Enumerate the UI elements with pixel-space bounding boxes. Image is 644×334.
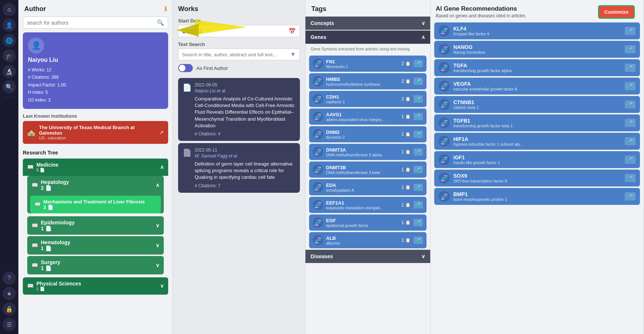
- gene-action-btn-cdh1[interactable]: 🧪: [414, 95, 423, 103]
- author-title: Author: [24, 5, 46, 13]
- author-hindex: H index: 5: [28, 89, 163, 96]
- ai-gene-action-hif1a[interactable]: 🧪: [625, 137, 636, 145]
- gene-item-eef1a1[interactable]: 🧬 EEF1A1 eukaryotic translation elongati…: [309, 197, 427, 213]
- gene-action-btn-alb[interactable]: 🧪: [414, 237, 423, 244]
- gene-action-btn-eef1a1[interactable]: 🧪: [414, 201, 423, 209]
- gene-action-btn-dnmt3b[interactable]: 🧪: [414, 166, 423, 173]
- hematology-label: Hematology: [41, 239, 70, 245]
- ai-gene-symbol-hif1a: HIF1A: [453, 136, 621, 142]
- tags-panel-header: Tags: [305, 0, 430, 17]
- ai-gene-item-igf1[interactable]: 🧬 IGF1 insulin like growth factor 1 🧪: [434, 151, 640, 168]
- work-card-2[interactable]: 📄 2022-05-11 W. Samuel Fagg et al. Defin…: [178, 143, 300, 193]
- gene-item-dnm2[interactable]: 🧬 DNM2 dynamin 2 1 📋 🧪: [309, 126, 427, 142]
- ai-gene-info-nanog: NANOG Nanog homeobox: [453, 44, 621, 54]
- gene-item-alb[interactable]: 🧬 ALB albumin 1 📋 🧪: [309, 232, 427, 248]
- author-search-icon[interactable]: 🔍: [157, 19, 164, 26]
- ai-gene-action-ctnnb1[interactable]: 🧪: [625, 100, 636, 109]
- gene-info-alb: ALB albumin: [326, 235, 399, 245]
- tree-hematology-header[interactable]: 📖 Hematology 1 📄 ∨: [27, 236, 164, 255]
- works-scroll: 📄 2022-09-05 Naiyou Liu et al. Comparati…: [173, 76, 305, 334]
- gene-item-egf[interactable]: 🧬 EGF epidermal growth factor 1 📋 🧪: [309, 214, 427, 231]
- ai-gene-action-vegfa[interactable]: 🧪: [625, 82, 636, 90]
- gene-action-btn-fn1[interactable]: 🧪: [414, 60, 423, 67]
- gene-actions-hmbs: 2 📋 🧪: [401, 78, 423, 85]
- tree-deep-liverfibrosis: 📖 Mechanisms and Treatment of Liver Fibr…: [30, 196, 161, 213]
- institution-info: The University of Texas Medical Branch a…: [39, 125, 156, 140]
- gene-item-dnmt3b[interactable]: 🧬 DNMT3B DNA methyltransferase 3 beta 1 …: [309, 161, 427, 178]
- ai-gene-symbol-sox9: SOX9: [453, 173, 621, 179]
- physical-sciences-chevron: ∨: [160, 283, 164, 289]
- ai-gene-info-klf4: KLF4 Kruppel like factor 4: [453, 26, 621, 36]
- ai-gene-item-sox9[interactable]: 🧬 SOX9 SRY-box transcription factor 9 🧪: [434, 170, 640, 186]
- gene-action-btn-eda[interactable]: 🧪: [414, 184, 423, 191]
- gene-item-hmbs[interactable]: 🧬 HMBS hydroxymethylbilane synthase 2 📋 …: [309, 73, 427, 89]
- tree-hepatology-header[interactable]: 📖 Hepatology 2 📄 ∧: [27, 176, 164, 194]
- gene-symbol-eda: EDA: [326, 182, 399, 188]
- gene-count-alb: 1 📋: [401, 238, 411, 243]
- filter-icon[interactable]: ▼: [290, 51, 296, 58]
- gene-item-dnmt3a[interactable]: 🧬 DNMT3A DNA methyltransferase 3 alpha 1…: [309, 144, 427, 160]
- lock-icon[interactable]: 🔒: [3, 302, 16, 316]
- ai-gene-item-bmp1[interactable]: 🧬 BMP1 bone morphogenetic protein 1 🧪: [434, 188, 640, 205]
- ai-gene-action-sox9[interactable]: 🧪: [625, 174, 636, 182]
- text-search-input[interactable]: [182, 52, 290, 57]
- calendar-icon[interactable]: 📅: [289, 28, 296, 35]
- tree-header-physical-sciences[interactable]: 📖 Physical Sciences 1 📄 ∨: [23, 277, 168, 295]
- help-icon[interactable]: ℹ: [164, 6, 167, 13]
- diseases-section-header[interactable]: Diseases ∨: [305, 250, 430, 263]
- graduation-icon[interactable]: 🎓: [3, 49, 16, 63]
- flask-icon[interactable]: 🔬: [3, 65, 16, 78]
- gene-item-eda[interactable]: 🧬 EDA ectodysplasin A 1 📋 🧪: [309, 179, 427, 195]
- tree-header-medicine[interactable]: 📖 Medicine 5 📄 ∧: [23, 159, 168, 176]
- ai-gene-action-tgfb1[interactable]: 🧪: [625, 119, 636, 127]
- home-icon[interactable]: ⌂: [3, 3, 16, 16]
- gene-item-cdh1[interactable]: 🧬 CDH1 cadherin 1 2 📋 🧪: [309, 91, 427, 107]
- gene-action-btn-dnmt3a[interactable]: 🧪: [414, 148, 423, 156]
- author-works: # Works: 12: [28, 66, 163, 74]
- gene-action-btn-hmbs[interactable]: 🧪: [414, 78, 423, 85]
- institution-external-link-icon[interactable]: ↗: [159, 129, 164, 135]
- gene-count-hmbs: 2 📋: [401, 79, 411, 84]
- customize-button[interactable]: Customize: [598, 5, 635, 19]
- ai-gene-action-igf1[interactable]: 🧪: [625, 156, 636, 164]
- ai-gene-item-ctnnb1[interactable]: 🧬 CTNNB1 catenin beta 1 🧪: [434, 96, 640, 113]
- ai-gene-item-tgfb1[interactable]: 🧬 TGFB1 transforming growth factor beta …: [434, 114, 640, 131]
- author-card: 👤 Naiyou Liu # Works: 12 # Citations: 38…: [23, 32, 168, 109]
- ai-gene-action-nanog[interactable]: 🧪: [625, 45, 636, 53]
- surgery-chevron: ∨: [156, 262, 159, 268]
- hematology-chevron: ∨: [156, 242, 159, 248]
- person-icon[interactable]: 👤: [3, 18, 16, 32]
- work-card-1[interactable]: 📄 2022-09-05 Naiyou Liu et al. Comparati…: [178, 78, 300, 141]
- gene-action-btn-dnm2[interactable]: 🧪: [414, 131, 423, 138]
- ai-gene-item-tgfa[interactable]: 🧬 TGFA transforming growth factor alpha …: [434, 59, 640, 76]
- gene-action-btn-egf[interactable]: 🧪: [414, 219, 423, 226]
- genes-section-header[interactable]: Genes ∧: [305, 31, 430, 44]
- tree-epidemiology-header[interactable]: 📖 Epidemiology 1 📄 ∨: [27, 216, 164, 235]
- ai-gene-item-nanog[interactable]: 🧬 NANOG Nanog homeobox 🧪: [434, 41, 640, 58]
- ai-gene-item-vegfa[interactable]: 🧬 VEGFA vascular endothelial growth fact…: [434, 78, 640, 95]
- institution-card[interactable]: 🏫 The University of Texas Medical Branch…: [23, 121, 168, 144]
- gene-item-fn1[interactable]: 🧬 FN1 fibronectin 1 2 📋 🧪: [309, 56, 427, 72]
- star-icon[interactable]: ★: [3, 287, 16, 300]
- gene-action-btn-aavs1[interactable]: 🧪: [414, 113, 423, 120]
- globe-icon[interactable]: 🌐: [3, 34, 16, 47]
- menu-icon[interactable]: ☰: [3, 318, 16, 331]
- gene-desc-aavs1: adeno-associated virus integra...: [326, 117, 399, 122]
- concepts-section-header[interactable]: Concepts ∨: [305, 17, 430, 30]
- gene-item-aavs1[interactable]: 🧬 AAVS1 adeno-associated virus integra..…: [309, 109, 427, 125]
- start-date-input[interactable]: [182, 28, 289, 34]
- author-search-input[interactable]: [27, 20, 157, 26]
- ai-gene-item-klf4[interactable]: 🧬 KLF4 Kruppel like factor 4 🧪: [434, 22, 640, 39]
- tree-surgery-header[interactable]: 📖 Surgery 1 📄 ∨: [27, 256, 164, 274]
- gene-symbol-fn1: FN1: [326, 59, 399, 64]
- ai-gene-action-bmp1[interactable]: 🧪: [625, 192, 636, 200]
- gene-info-eda: EDA ectodysplasin A: [326, 182, 399, 192]
- gene-symbol-dnmt3a: DNMT3A: [326, 147, 399, 153]
- ai-gene-action-tgfa[interactable]: 🧪: [625, 64, 636, 72]
- first-author-toggle[interactable]: [178, 64, 193, 72]
- ai-gene-item-hif1a[interactable]: 🧬 HIF1A hypoxia inducible factor 1 subun…: [434, 133, 640, 150]
- question-icon[interactable]: ?: [3, 271, 16, 285]
- ai-gene-action-klf4[interactable]: 🧪: [625, 27, 636, 35]
- search-icon[interactable]: 🔍: [3, 80, 16, 93]
- tree-liverfibrosis-header[interactable]: 📖 Mechanisms and Treatment of Liver Fibr…: [30, 196, 161, 213]
